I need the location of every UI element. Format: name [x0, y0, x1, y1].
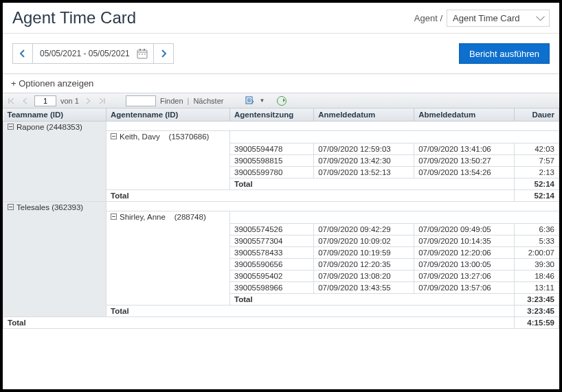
- team-total-label: Total: [106, 190, 515, 202]
- chevron-right-icon: [161, 49, 166, 58]
- col-logout[interactable]: Abmeldedatum: [414, 108, 515, 122]
- crumb-select[interactable]: Agent Time Card: [447, 10, 550, 27]
- agent-total-label: Total: [230, 178, 515, 190]
- page-number-input[interactable]: [34, 95, 56, 106]
- separator: |: [188, 97, 190, 105]
- login-datetime: 07/09/2020 12:20:35: [314, 259, 414, 270]
- date-range-input[interactable]: 05/05/2021 - 05/05/2021: [32, 43, 154, 64]
- logout-datetime: 07/09/2020 13:00:05: [414, 259, 515, 270]
- spacer-cell: [230, 211, 559, 224]
- grand-total-label: Total: [3, 317, 515, 329]
- find-next-label[interactable]: Nächster: [193, 97, 223, 105]
- team-name: Rapone (2448353): [16, 123, 82, 131]
- session-id: 39005574526: [230, 224, 314, 235]
- session-id: 39005594478: [230, 143, 314, 155]
- spacer-cell: [106, 202, 559, 211]
- report-toolbar: von 1 Finden | Nächster ▼: [3, 93, 559, 108]
- login-datetime: 07/09/2020 10:09:02: [314, 235, 414, 247]
- login-datetime: 07/09/2020 10:19:59: [314, 247, 414, 259]
- login-datetime: 07/09/2020 13:42:30: [314, 155, 414, 167]
- last-page-button[interactable]: [97, 96, 106, 106]
- run-report-button[interactable]: Bericht ausführen: [459, 43, 550, 64]
- session-duration: 5:33: [515, 235, 559, 247]
- export-button[interactable]: [245, 96, 255, 106]
- agent-name: Keith, Davy: [120, 132, 160, 141]
- date-prev-button[interactable]: [12, 43, 33, 64]
- session-id: 39005598815: [230, 155, 314, 167]
- session-duration: 18:46: [515, 270, 559, 282]
- team-total-value: 3:23:45: [515, 305, 559, 317]
- find-label[interactable]: Finden: [160, 97, 183, 105]
- svg-rect-5: [142, 54, 143, 55]
- collapse-toggle-icon[interactable]: [8, 124, 14, 130]
- date-next-button[interactable]: [153, 43, 174, 64]
- export-dropdown-icon[interactable]: ▼: [259, 97, 265, 104]
- grand-total-value: 4:15:59: [515, 317, 559, 329]
- session-duration: 2:00:07: [515, 247, 559, 259]
- refresh-icon: [277, 96, 286, 106]
- logout-datetime: 07/09/2020 09:49:05: [414, 224, 515, 235]
- login-datetime: 07/09/2020 09:42:29: [314, 224, 414, 235]
- login-datetime: 07/09/2020 13:43:55: [314, 282, 414, 294]
- col-login[interactable]: Anmeldedatum: [314, 108, 414, 122]
- col-team[interactable]: Teamname (ID): [3, 108, 106, 122]
- report-table: Teamname (ID) Agentenname (ID) Agentensi…: [3, 108, 559, 329]
- date-range-value: 05/05/2021 - 05/05/2021: [40, 49, 130, 58]
- breadcrumb: Agent / Agent Time Card: [414, 10, 550, 27]
- collapse-toggle-icon[interactable]: [111, 133, 117, 139]
- logout-datetime: 07/09/2020 13:50:27: [414, 155, 515, 167]
- agent-total-value: 52:14: [515, 178, 559, 190]
- next-page-button[interactable]: [83, 96, 93, 106]
- svg-rect-6: [144, 54, 146, 55]
- collapse-toggle-icon[interactable]: [111, 214, 117, 220]
- logout-datetime: 07/09/2020 13:54:26: [414, 167, 515, 178]
- page-title: Agent Time Card: [12, 8, 136, 27]
- team-cell: Telesales (362393): [3, 202, 106, 317]
- team-total-label: Total: [106, 305, 515, 317]
- login-datetime: 07/09/2020 13:08:20: [314, 270, 414, 282]
- session-id: 39005577304: [230, 235, 314, 247]
- options-toggle[interactable]: + Optionen anzeigen: [3, 73, 559, 93]
- login-datetime: 07/09/2020 13:52:13: [314, 167, 414, 178]
- spacer-cell: [106, 122, 559, 131]
- session-duration: 2:13: [515, 167, 559, 178]
- logout-datetime: 07/09/2020 10:14:35: [414, 235, 515, 247]
- agent-cell: Keith, Davy (15370686): [106, 131, 230, 190]
- session-duration: 13:11: [515, 282, 559, 294]
- session-duration: 7:57: [515, 155, 559, 167]
- session-id: 39005595402: [230, 270, 314, 282]
- session-id: 39005578433: [230, 247, 314, 259]
- date-range-group: 05/05/2021 - 05/05/2021: [12, 43, 174, 64]
- svg-rect-2: [139, 49, 141, 51]
- logout-datetime: 07/09/2020 13:27:06: [414, 270, 515, 282]
- session-duration: 39:30: [515, 259, 559, 270]
- first-page-button[interactable]: [7, 96, 16, 106]
- prev-page-button[interactable]: [21, 96, 30, 106]
- agent-cell: Shirley, Anne (288748): [106, 211, 230, 305]
- session-id: 39005599780: [230, 167, 314, 178]
- session-duration: 42:03: [515, 143, 559, 155]
- collapse-toggle-icon[interactable]: [8, 204, 14, 210]
- logout-datetime: 07/09/2020 13:41:06: [414, 143, 515, 155]
- col-duration[interactable]: Dauer: [515, 108, 559, 122]
- team-name: Telesales (362393): [16, 203, 83, 211]
- spacer-cell: [230, 131, 559, 143]
- page-of-label: von 1: [60, 97, 79, 105]
- calendar-icon[interactable]: [137, 48, 148, 59]
- crumb-label: Agent /: [414, 13, 442, 23]
- chevron-left-icon: [20, 49, 25, 58]
- team-cell: Rapone (2448353): [3, 122, 106, 202]
- col-session[interactable]: Agentensitzung: [230, 108, 314, 122]
- agent-total-label: Total: [230, 294, 515, 305]
- svg-rect-3: [144, 49, 145, 51]
- refresh-button[interactable]: [277, 96, 286, 106]
- find-input[interactable]: [126, 95, 156, 106]
- session-duration: 6:36: [515, 224, 559, 235]
- logout-datetime: 07/09/2020 13:57:06: [414, 282, 515, 294]
- agent-total-value: 3:23:45: [515, 294, 559, 305]
- agent-id: (288748): [166, 213, 206, 221]
- team-total-value: 52:14: [515, 190, 559, 202]
- session-id: 39005590656: [230, 259, 314, 270]
- svg-rect-4: [139, 54, 140, 55]
- col-agent[interactable]: Agentenname (ID): [106, 108, 230, 122]
